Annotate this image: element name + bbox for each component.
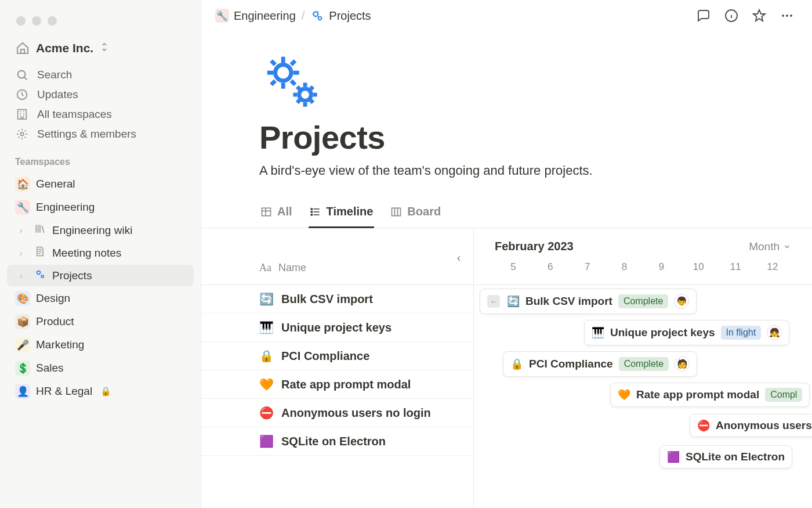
row-emoji: 🧡 bbox=[259, 377, 273, 391]
svg-point-17 bbox=[311, 214, 313, 215]
table-row[interactable]: ⛔Anonymous users no login bbox=[201, 399, 473, 427]
sidebar-item-engineering[interactable]: 🔧Engineering bbox=[7, 196, 194, 218]
timeline-day: 11 bbox=[717, 261, 754, 273]
bar-name: Bulk CSV import bbox=[525, 295, 612, 308]
gears-icon bbox=[34, 268, 46, 283]
more-icon[interactable] bbox=[780, 8, 795, 23]
chevron-right-icon[interactable]: › bbox=[20, 248, 28, 258]
traffic-light-close[interactable] bbox=[16, 16, 26, 26]
workspace-switcher[interactable]: Acme Inc. bbox=[0, 38, 201, 64]
teamspace-emoji: 🎤 bbox=[15, 337, 30, 352]
lock-icon: 🔒 bbox=[100, 386, 111, 397]
teamspaces-heading: Teamspaces bbox=[0, 144, 201, 171]
info-icon[interactable] bbox=[724, 8, 739, 23]
table-row[interactable]: 🧡Rate app prompt modal bbox=[201, 370, 473, 399]
table-row[interactable]: 🔒PCI Compliance bbox=[201, 342, 473, 370]
table-row[interactable]: 🟪SQLite on Electron bbox=[201, 427, 473, 456]
traffic-light-zoom[interactable] bbox=[48, 16, 57, 26]
library-icon bbox=[34, 223, 46, 237]
sidebar-item-design[interactable]: 🎨Design bbox=[7, 287, 194, 309]
breadcrumb-parent[interactable]: 🔧 Engineering bbox=[215, 9, 296, 23]
sidebar-item-marketing[interactable]: 🎤Marketing bbox=[7, 334, 194, 356]
timeline-right-pane: February 2023 Month 56789101112 ←🔄Bulk C… bbox=[474, 228, 812, 508]
chevron-right-icon[interactable]: › bbox=[20, 226, 28, 235]
page-label: Projects bbox=[52, 269, 92, 282]
timeline-left-pane: Aa Name ‹‹ 🔄Bulk CSV import🎹Unique proje… bbox=[201, 228, 474, 508]
sidebar-item-sales[interactable]: 💲Sales bbox=[7, 357, 194, 379]
svg-point-15 bbox=[311, 208, 313, 210]
chevron-down-icon bbox=[783, 243, 791, 251]
teamspace-label: General bbox=[36, 178, 75, 190]
building-icon bbox=[15, 108, 29, 121]
name-column-header: Name bbox=[278, 262, 306, 274]
view-tabs: AllTimelineBoard bbox=[201, 178, 812, 228]
sidebar-item-meeting-notes[interactable]: ›Meeting notes bbox=[7, 242, 194, 264]
nav-item-search[interactable]: Search bbox=[7, 65, 194, 85]
teamspace-emoji: 👤 bbox=[15, 384, 30, 399]
timeline-day: 12 bbox=[754, 261, 791, 273]
timeline-month-label: February 2023 bbox=[495, 240, 574, 253]
avatar: 🧑 bbox=[675, 356, 690, 372]
tab-label: Board bbox=[407, 205, 441, 218]
row-name: Rate app prompt modal bbox=[281, 378, 411, 391]
sidebar: Acme Inc. SearchUpdatesAll teamspacesSet… bbox=[0, 0, 201, 508]
comments-icon[interactable] bbox=[696, 8, 711, 23]
teamspace-emoji: 📦 bbox=[15, 314, 30, 329]
timeline-day: 6 bbox=[532, 261, 569, 273]
nav-item-label: Updates bbox=[37, 88, 78, 101]
timeline-view: Aa Name ‹‹ 🔄Bulk CSV import🎹Unique proje… bbox=[201, 228, 812, 508]
sidebar-item-engineering-wiki[interactable]: ›Engineering wiki bbox=[7, 219, 194, 241]
home-icon bbox=[15, 41, 30, 56]
row-name: Bulk CSV import bbox=[281, 293, 373, 306]
window-controls bbox=[0, 10, 201, 38]
sidebar-item-product[interactable]: 📦Product bbox=[7, 311, 194, 333]
timeline-bar[interactable]: 🔒PCI ComplianceComplete🧑 bbox=[503, 351, 697, 377]
teamspace-label: Marketing bbox=[36, 338, 84, 351]
table-row[interactable]: 🎹Unique project keys bbox=[201, 314, 473, 342]
timeline-bar[interactable]: 🟪SQLite on Electron bbox=[659, 445, 792, 469]
main: 🔧 Engineering / Projects bbox=[201, 0, 812, 508]
sidebar-item-hr-legal[interactable]: 👤HR & Legal🔒 bbox=[7, 380, 194, 402]
teamspace-label: Design bbox=[36, 292, 70, 305]
sidebar-item-projects[interactable]: ›Projects bbox=[7, 265, 194, 286]
svg-point-16 bbox=[311, 211, 313, 212]
table-row[interactable]: 🔄Bulk CSV import bbox=[201, 285, 473, 314]
bar-name: Unique project keys bbox=[610, 326, 715, 339]
svg-point-4 bbox=[37, 271, 41, 275]
timeline-day: 7 bbox=[569, 261, 606, 273]
nav-item-settings-members[interactable]: Settings & members bbox=[7, 124, 194, 144]
bar-name: Anonymous users bbox=[716, 419, 812, 432]
nav-item-updates[interactable]: Updates bbox=[7, 85, 194, 105]
nav-item-all-teamspaces[interactable]: All teamspaces bbox=[7, 105, 194, 124]
tab-label: Timeline bbox=[327, 205, 374, 218]
tab-board[interactable]: Board bbox=[389, 205, 442, 228]
svg-point-11 bbox=[790, 15, 792, 17]
timeline-bar[interactable]: 🎹Unique project keysIn flight👧 bbox=[584, 320, 789, 345]
breadcrumb-current[interactable]: Projects bbox=[310, 9, 371, 23]
timeline-bar[interactable]: ←🔄Bulk CSV importComplete👦 bbox=[480, 289, 697, 314]
page-hero-icon[interactable] bbox=[259, 49, 323, 113]
svg-point-0 bbox=[18, 71, 26, 78]
chevron-right-icon[interactable]: › bbox=[20, 271, 28, 280]
page-label: Meeting notes bbox=[52, 247, 121, 260]
sidebar-item-general[interactable]: 🏠General bbox=[7, 173, 194, 195]
arrow-left-icon[interactable]: ← bbox=[487, 295, 500, 308]
breadcrumb-separator: / bbox=[302, 9, 305, 23]
bar-emoji: 🧡 bbox=[618, 388, 630, 401]
svg-point-12 bbox=[276, 65, 292, 81]
timeline-bar[interactable]: 🧡Rate app prompt modalCompl bbox=[610, 383, 810, 407]
timeline-bar[interactable]: ⛔Anonymous users bbox=[690, 414, 812, 437]
star-icon[interactable] bbox=[752, 8, 767, 23]
status-badge: Complete bbox=[618, 294, 668, 308]
bar-emoji: 🟪 bbox=[667, 451, 680, 463]
row-emoji: ⛔ bbox=[259, 406, 273, 420]
tab-all[interactable]: All bbox=[259, 205, 293, 228]
caret-sort-icon bbox=[100, 42, 108, 55]
bar-emoji: ⛔ bbox=[697, 419, 710, 432]
row-emoji: 🔒 bbox=[259, 349, 273, 363]
traffic-light-minimize[interactable] bbox=[32, 16, 41, 26]
tab-timeline[interactable]: Timeline bbox=[309, 205, 375, 228]
timeline-granularity-picker[interactable]: Month bbox=[749, 240, 791, 253]
table-icon bbox=[260, 206, 272, 218]
svg-point-9 bbox=[782, 15, 784, 17]
